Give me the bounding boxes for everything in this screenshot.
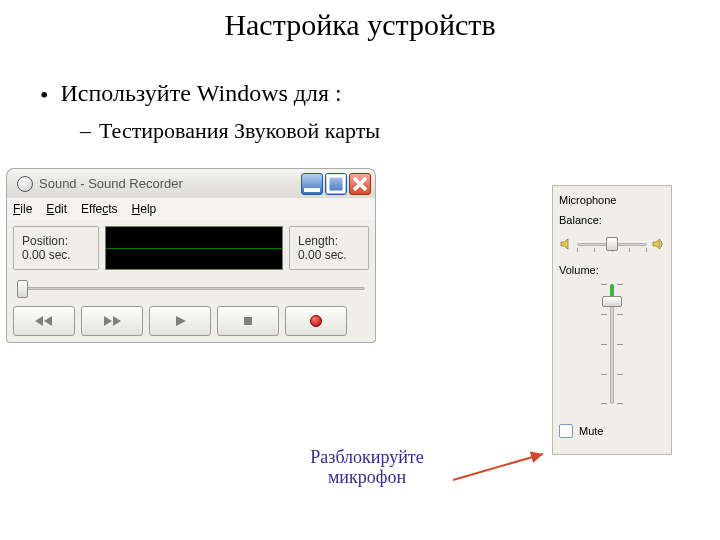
record-button[interactable] [285, 306, 347, 336]
balance-thumb[interactable] [606, 237, 618, 251]
seek-start-button[interactable] [13, 306, 75, 336]
menu-edit[interactable]: Edit [46, 202, 67, 216]
mixer-title: Microphone [559, 194, 665, 206]
maximize-icon [326, 174, 346, 194]
menu-effects[interactable]: Effects [81, 202, 117, 216]
length-panel: Length: 0.00 sec. [289, 226, 369, 270]
position-label: Position: [22, 234, 90, 248]
mute-checkbox[interactable] [559, 424, 573, 438]
svg-rect-2 [244, 317, 252, 325]
svg-rect-0 [304, 188, 320, 192]
volume-thumb[interactable] [602, 296, 622, 307]
maximize-button[interactable] [325, 173, 347, 195]
menubar: File Edit Effects Help [6, 198, 376, 220]
seek-start-icon [32, 314, 56, 328]
microphone-mixer-panel: Microphone Balance: Volume: [552, 185, 672, 455]
stop-button[interactable] [217, 306, 279, 336]
position-slider[interactable] [13, 278, 369, 298]
volume-label: Volume: [559, 264, 665, 276]
seek-end-icon [100, 314, 124, 328]
titlebar[interactable]: Sound - Sound Recorder [6, 168, 376, 198]
position-panel: Position: 0.00 sec. [13, 226, 99, 270]
minimize-icon [302, 174, 322, 194]
speaker-left-icon [559, 237, 573, 251]
bullet-level-2: Тестирования Звуковой карты [80, 118, 380, 144]
sound-recorder-window: Sound - Sound Recorder File Edit Effects… [6, 168, 376, 343]
speaker-right-icon [651, 237, 665, 251]
balance-slider[interactable] [577, 235, 647, 253]
close-icon [350, 174, 370, 194]
bullet-level-1: Используйте Windows для : [40, 80, 342, 109]
play-icon [168, 314, 192, 328]
close-button[interactable] [349, 173, 371, 195]
svg-line-3 [453, 454, 543, 480]
record-icon [310, 315, 322, 327]
mute-label: Mute [579, 425, 603, 437]
recorder-app-icon [17, 176, 33, 192]
waveform-display [105, 226, 283, 270]
position-value: 0.00 sec. [22, 248, 90, 262]
recorder-body: Position: 0.00 sec. Length: 0.00 sec. [6, 220, 376, 343]
volume-slider[interactable] [599, 284, 625, 404]
minimize-button[interactable] [301, 173, 323, 195]
length-label: Length: [298, 234, 360, 248]
stop-icon [236, 314, 260, 328]
slider-thumb[interactable] [17, 280, 28, 298]
seek-end-button[interactable] [81, 306, 143, 336]
menu-help[interactable]: Help [132, 202, 157, 216]
slide-title: Настройка устройств [0, 8, 720, 42]
arrow-annotation-icon [448, 448, 558, 488]
length-value: 0.00 sec. [298, 248, 360, 262]
play-button[interactable] [149, 306, 211, 336]
window-title: Sound - Sound Recorder [39, 176, 183, 191]
balance-label: Balance: [559, 214, 665, 226]
svg-rect-1 [328, 176, 344, 192]
annotation-unblock-mic: Разблокируйтемикрофон [287, 448, 447, 488]
menu-file[interactable]: File [13, 202, 32, 216]
